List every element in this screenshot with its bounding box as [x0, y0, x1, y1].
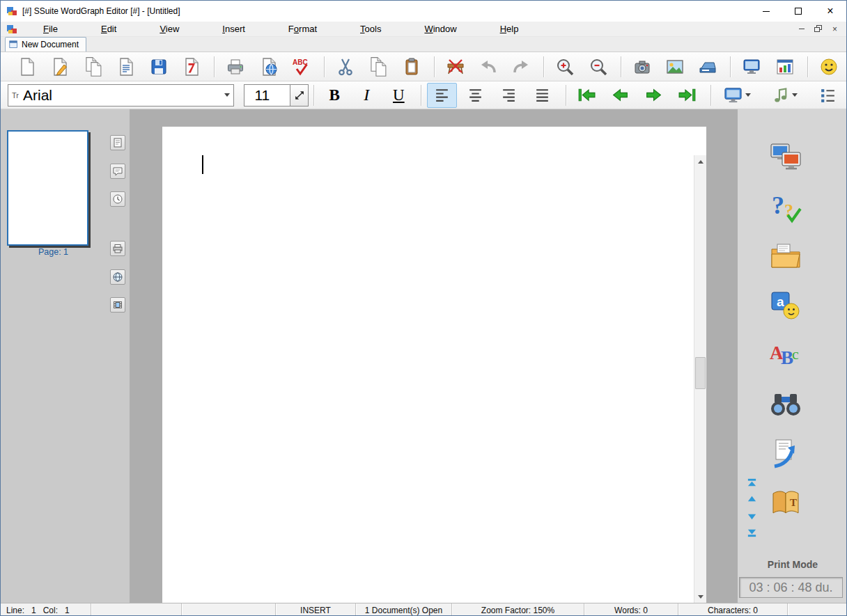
menu-help[interactable]: Help [479, 22, 541, 35]
document-page[interactable] [162, 127, 706, 603]
document-menu-icon[interactable] [6, 24, 19, 35]
fonts-abc-icon: ABc [769, 338, 802, 372]
triangle-up-icon [747, 494, 757, 505]
align-left-button[interactable] [427, 83, 457, 108]
chevron-down-icon [224, 93, 230, 100]
undo-button[interactable] [473, 54, 504, 79]
maximize-button[interactable] [782, 1, 814, 22]
status-words: Words: 0 [584, 603, 678, 616]
align-center-button[interactable] [460, 83, 490, 108]
scroll-down-arrow[interactable] [694, 591, 707, 603]
numbered-list-button[interactable] [813, 83, 843, 108]
new-document-button[interactable] [12, 54, 42, 79]
save-button[interactable] [143, 54, 174, 79]
copy-button[interactable] [363, 54, 394, 79]
print-preview-button[interactable] [254, 54, 284, 79]
quick-print-button[interactable] [110, 241, 125, 256]
previous-page-button[interactable] [746, 493, 758, 505]
minimize-button[interactable] [750, 1, 782, 22]
scroll-up-arrow[interactable] [694, 155, 707, 167]
close-button[interactable]: × [814, 1, 846, 22]
globe-icon [112, 271, 123, 283]
menu-format[interactable]: Format [267, 22, 339, 35]
menu-window[interactable]: Window [403, 22, 478, 35]
arrow-right-bar-icon [678, 86, 696, 104]
indent-button[interactable] [639, 83, 669, 108]
redo-button[interactable] [506, 54, 536, 79]
align-right-icon [500, 86, 518, 104]
paste-button[interactable] [396, 54, 426, 79]
tab-new-document[interactable]: New Document [5, 37, 86, 52]
new-document-icon [17, 57, 37, 77]
delete-button[interactable] [440, 54, 471, 79]
spell-check-button[interactable]: ABC [286, 54, 317, 79]
mdi-minimize-button[interactable] [795, 24, 807, 34]
menu-tools[interactable]: Tools [339, 22, 403, 35]
menu-edit[interactable]: Edit [79, 22, 138, 35]
search-button[interactable] [768, 387, 803, 422]
underline-button[interactable]: U [384, 83, 414, 108]
first-page-button[interactable] [746, 477, 758, 489]
font-size-value: 11 [254, 87, 270, 104]
full-screen-button[interactable] [736, 54, 767, 79]
svg-text:?: ? [772, 191, 784, 219]
help-button[interactable]: ?? [768, 189, 803, 224]
send-document-button[interactable] [768, 436, 803, 471]
view-mode-dropdown[interactable] [721, 83, 754, 108]
screen-share-button[interactable] [768, 140, 803, 175]
copy-document-button[interactable] [77, 54, 108, 79]
clock-button[interactable] [110, 191, 125, 207]
menu-view[interactable]: View [138, 22, 201, 35]
svg-text:c: c [792, 345, 799, 363]
menu-insert[interactable]: Insert [201, 22, 267, 35]
help-icon: ?? [769, 190, 802, 223]
print-button[interactable] [220, 54, 251, 79]
edit-document-button[interactable] [45, 54, 75, 79]
insert-image-button[interactable] [660, 54, 690, 79]
cut-button[interactable] [330, 54, 361, 79]
fonts-button[interactable]: ABc [768, 338, 803, 372]
page-number-label: Page: 1 [1, 247, 106, 257]
organizer-button[interactable] [768, 239, 803, 274]
clock-display: 03 : 06 : 48 du. [739, 577, 843, 598]
next-page-button[interactable] [746, 510, 758, 522]
printer-icon [112, 243, 123, 254]
note-dropdown[interactable] [769, 83, 800, 108]
font-family-select[interactable]: Tr Arial [8, 84, 234, 106]
font-size-input[interactable]: 11 [244, 84, 290, 106]
insert-chart-button[interactable] [770, 54, 800, 79]
translator-button[interactable]: a [768, 288, 803, 323]
camera-button[interactable] [627, 54, 658, 79]
scrollbar-thumb[interactable] [695, 357, 706, 389]
page-thumbnail[interactable] [7, 130, 88, 246]
mdi-restore-button[interactable] [812, 24, 824, 34]
menu-file[interactable]: File [22, 22, 79, 35]
insert-smiley-button[interactable] [814, 54, 844, 79]
italic-button[interactable]: I [352, 83, 382, 108]
notes-button[interactable] [110, 135, 125, 150]
zoom-in-icon [555, 57, 575, 77]
export-pdf-button[interactable] [176, 54, 207, 79]
dictionary-button[interactable]: T [768, 486, 803, 521]
send-arrow-icon [769, 437, 802, 471]
font-size-adjuster[interactable] [290, 84, 308, 106]
vertical-scrollbar[interactable] [694, 155, 706, 603]
status-empty-3 [788, 603, 846, 616]
align-right-button[interactable] [494, 83, 524, 108]
web-button[interactable] [110, 269, 125, 285]
outdent-full-button[interactable] [572, 83, 602, 108]
zoom-out-button[interactable] [583, 54, 614, 79]
media-button[interactable] [110, 297, 125, 313]
indent-full-button[interactable] [672, 83, 702, 108]
zoom-in-button[interactable] [550, 54, 580, 79]
view-text-button[interactable] [111, 54, 141, 79]
align-justify-icon [534, 86, 551, 104]
comment-button[interactable] [110, 164, 125, 179]
align-justify-button[interactable] [527, 83, 557, 108]
font-family-dropdown-arrow[interactable] [221, 90, 233, 100]
last-page-button[interactable] [746, 527, 758, 539]
bold-button[interactable]: B [320, 83, 350, 108]
scanner-button[interactable] [692, 54, 723, 79]
outdent-button[interactable] [605, 83, 635, 108]
mdi-close-button[interactable]: × [829, 24, 841, 34]
